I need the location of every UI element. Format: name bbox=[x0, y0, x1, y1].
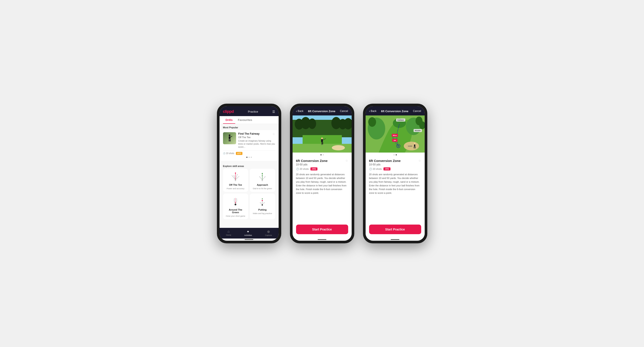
golf-map: FAIRWAY ROUGH SAND Miss Hit bbox=[366, 115, 425, 153]
phone-2-screen: ‹ Back 6ft Conversion Zone Cancel bbox=[292, 106, 352, 241]
detail-shots-p3: 🕐 20 shots bbox=[369, 168, 382, 170]
header-center-title: 6ft Conversion Zone bbox=[308, 110, 336, 113]
skill-desc-atg: Hone your short game bbox=[226, 215, 245, 217]
bottom-nav: ⌂ Home ✦ Activities ⊕ Capture bbox=[220, 228, 278, 238]
atg-icon-svg bbox=[230, 196, 242, 207]
svg-text:Hit: Hit bbox=[394, 139, 396, 141]
drill-shots: 🕐 10 shots bbox=[223, 152, 234, 155]
svg-point-28 bbox=[262, 204, 263, 206]
home-bar-p2 bbox=[318, 239, 326, 240]
svg-rect-75 bbox=[414, 147, 414, 148]
badge-ott: OTT bbox=[236, 152, 242, 155]
svg-point-51 bbox=[321, 138, 323, 139]
drill-detail-meta-p3: 🕐 20 shots ARG bbox=[369, 167, 421, 170]
phone1-header: clippd Practice ☰ bbox=[220, 106, 278, 116]
nav-home[interactable]: ⌂ Home bbox=[226, 230, 231, 236]
badge-arg-p2: ARG bbox=[310, 167, 318, 170]
svg-line-15 bbox=[260, 177, 262, 180]
app-logo: clippd bbox=[223, 109, 234, 114]
svg-point-36 bbox=[264, 202, 265, 203]
svg-point-5 bbox=[235, 180, 236, 181]
dot-1 bbox=[246, 157, 248, 158]
home-indicator-p2 bbox=[292, 238, 352, 241]
explore-label: Explore skill areas bbox=[220, 163, 278, 169]
skill-name-atg: Around The Green bbox=[225, 208, 246, 214]
badge-arg-p3: ARG bbox=[384, 167, 390, 170]
svg-point-20 bbox=[265, 176, 266, 177]
svg-line-6 bbox=[234, 176, 236, 180]
drill-card[interactable]: Find The Fairway Off The Tee ☆ Create an… bbox=[223, 132, 275, 149]
back-button[interactable]: ‹ Back bbox=[296, 109, 304, 113]
putting-icon-svg bbox=[256, 196, 268, 207]
svg-point-78 bbox=[398, 145, 399, 147]
drill-detail-range: 10-50 yds bbox=[296, 163, 328, 166]
home-bar bbox=[244, 239, 253, 240]
svg-text:FAIRWAY: FAIRWAY bbox=[397, 119, 404, 121]
drill-detail-title: 6ft Conversion Zone bbox=[296, 159, 328, 163]
svg-rect-74 bbox=[414, 144, 415, 147]
svg-point-13 bbox=[237, 174, 238, 175]
ott-icon-svg bbox=[230, 171, 242, 182]
start-practice-button-p3[interactable]: Start Practice bbox=[369, 225, 421, 234]
phone3-content: FAIRWAY ROUGH SAND Miss Hit bbox=[366, 115, 425, 222]
clock-icon: 🕐 bbox=[223, 152, 226, 155]
skill-card-approach[interactable]: Approach Dial-in to hit the green bbox=[250, 169, 275, 192]
nav-activities[interactable]: ✦ Activities bbox=[244, 230, 252, 236]
detail-shots: 🕐 20 shots bbox=[296, 168, 309, 170]
drill-description: Create an imaginary fairway using trees … bbox=[238, 139, 275, 149]
svg-point-14 bbox=[262, 180, 263, 181]
carousel-dots-p3 bbox=[366, 153, 425, 156]
golf-scene-svg bbox=[292, 115, 352, 153]
svg-point-35 bbox=[260, 202, 261, 203]
svg-line-17 bbox=[262, 177, 265, 180]
skill-card-atg[interactable]: Around The Green Hone your short game bbox=[223, 194, 248, 219]
home-indicator-p3 bbox=[366, 238, 425, 241]
svg-text:SAND: SAND bbox=[408, 145, 412, 147]
phone-3: ‹ Back 6ft Conversion Zone Cancel bbox=[363, 104, 427, 243]
home-bar-p3 bbox=[391, 239, 400, 240]
skill-icon-putting bbox=[256, 196, 269, 207]
back-label: Back bbox=[298, 110, 304, 113]
nav-activities-label: Activities bbox=[244, 234, 252, 236]
favourite-icon-p2[interactable]: ☆ bbox=[345, 159, 348, 162]
clock-icon-p3: 🕐 bbox=[369, 168, 372, 170]
back-chevron-icon-p3: ‹ bbox=[369, 109, 370, 113]
nav-capture-label: Capture bbox=[265, 234, 272, 236]
golfer-svg bbox=[226, 134, 232, 143]
approach-icon-svg bbox=[256, 171, 268, 182]
drill-title: Find The Fairway bbox=[238, 132, 260, 136]
skills-grid: Off The Tee Power and accuracy bbox=[220, 169, 278, 222]
carousel-area: Find The Fairway Off The Tee ☆ Create an… bbox=[220, 130, 278, 161]
nav-capture[interactable]: ⊕ Capture bbox=[265, 230, 272, 236]
drill-subtitle: Off The Tee bbox=[238, 136, 260, 139]
skill-icon-approach bbox=[256, 171, 269, 182]
svg-rect-50 bbox=[321, 139, 323, 142]
svg-line-4 bbox=[230, 136, 232, 137]
favourite-icon[interactable]: ☆ bbox=[272, 132, 275, 136]
svg-rect-2 bbox=[229, 139, 230, 141]
home-icon: ⌂ bbox=[228, 230, 230, 233]
svg-rect-76 bbox=[415, 147, 416, 148]
skill-icon-atg bbox=[229, 196, 242, 207]
favourite-icon-p3[interactable]: ☆ bbox=[418, 159, 421, 162]
svg-point-73 bbox=[414, 143, 416, 144]
main-content: Most Popular bbox=[220, 124, 278, 228]
cancel-button-p3[interactable]: Cancel bbox=[413, 110, 421, 113]
phone-1-screen: clippd Practice ☰ Drills Favourites Most… bbox=[220, 106, 278, 241]
tab-drills[interactable]: Drills bbox=[223, 116, 236, 124]
phone2-header: ‹ Back 6ft Conversion Zone Cancel bbox=[292, 106, 352, 115]
menu-icon[interactable]: ☰ bbox=[272, 110, 275, 114]
tab-favourites[interactable]: Favourites bbox=[235, 116, 255, 124]
skill-name-approach: Approach bbox=[257, 184, 268, 186]
skill-card-putting[interactable]: Putting Make and lag practice bbox=[250, 194, 275, 219]
start-practice-button-p2[interactable]: Start Practice bbox=[296, 225, 348, 234]
back-button-p3[interactable]: ‹ Back bbox=[369, 109, 376, 113]
cancel-button[interactable]: Cancel bbox=[340, 110, 348, 113]
skill-name-ott: Off The Tee bbox=[229, 184, 242, 186]
skill-name-putting: Putting bbox=[258, 208, 267, 211]
drill-detail-desc-p3: 20 shots are randomly generated at dista… bbox=[369, 173, 421, 195]
svg-point-25 bbox=[234, 198, 235, 199]
dot-p3-2 bbox=[396, 154, 397, 155]
skill-card-ott[interactable]: Off The Tee Power and accuracy bbox=[223, 169, 248, 192]
svg-point-0 bbox=[229, 134, 230, 136]
